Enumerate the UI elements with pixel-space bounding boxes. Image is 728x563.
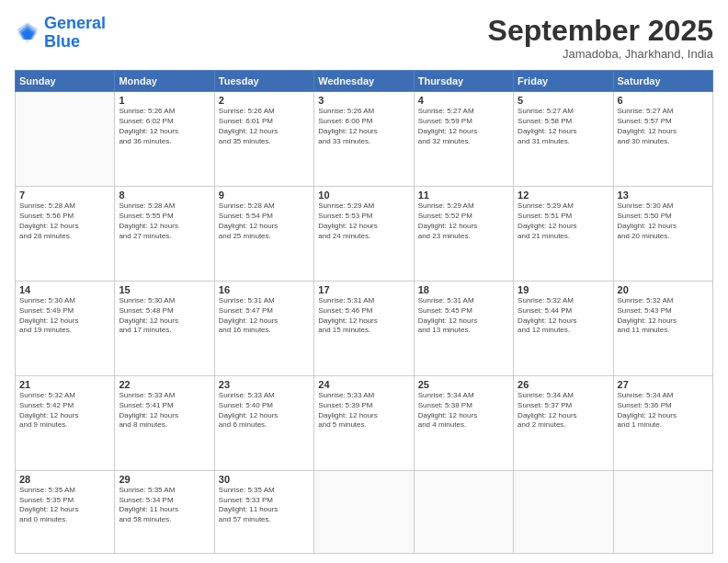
calendar-cell: 3Sunrise: 5:26 AM Sunset: 6:00 PM Daylig… bbox=[314, 92, 414, 187]
day-number: 14 bbox=[19, 284, 110, 295]
cell-info: Sunrise: 5:26 AM Sunset: 6:01 PM Dayligh… bbox=[219, 107, 310, 146]
day-number: 19 bbox=[518, 284, 609, 295]
day-number: 25 bbox=[418, 379, 509, 390]
calendar-cell: 19Sunrise: 5:32 AM Sunset: 5:44 PM Dayli… bbox=[514, 282, 613, 376]
weekday-header-sunday: Sunday bbox=[16, 71, 115, 92]
day-number: 22 bbox=[119, 379, 210, 390]
weekday-header-thursday: Thursday bbox=[414, 71, 513, 92]
calendar-cell bbox=[16, 92, 115, 187]
cell-info: Sunrise: 5:30 AM Sunset: 5:49 PM Dayligh… bbox=[19, 296, 110, 336]
day-number: 7 bbox=[19, 190, 110, 201]
calendar-cell: 15Sunrise: 5:30 AM Sunset: 5:48 PM Dayli… bbox=[115, 282, 214, 376]
cell-info: Sunrise: 5:28 AM Sunset: 5:54 PM Dayligh… bbox=[219, 201, 310, 241]
cell-info: Sunrise: 5:31 AM Sunset: 5:47 PM Dayligh… bbox=[219, 296, 310, 336]
cell-info: Sunrise: 5:35 AM Sunset: 5:34 PM Dayligh… bbox=[119, 486, 210, 525]
logo-line1: General bbox=[44, 14, 106, 32]
cell-info: Sunrise: 5:26 AM Sunset: 6:00 PM Dayligh… bbox=[318, 107, 409, 146]
calendar-cell: 6Sunrise: 5:27 AM Sunset: 5:57 PM Daylig… bbox=[613, 92, 712, 187]
calendar-cell bbox=[613, 470, 712, 553]
calendar-cell: 26Sunrise: 5:34 AM Sunset: 5:37 PM Dayli… bbox=[514, 375, 613, 470]
day-number: 2 bbox=[219, 95, 310, 106]
day-number: 20 bbox=[618, 284, 709, 295]
week-row-4: 28Sunrise: 5:35 AM Sunset: 5:35 PM Dayli… bbox=[16, 470, 713, 553]
cell-info: Sunrise: 5:35 AM Sunset: 5:35 PM Dayligh… bbox=[19, 486, 110, 525]
calendar-cell: 27Sunrise: 5:34 AM Sunset: 5:36 PM Dayli… bbox=[613, 375, 712, 470]
cell-info: Sunrise: 5:34 AM Sunset: 5:36 PM Dayligh… bbox=[618, 391, 709, 431]
calendar-cell: 13Sunrise: 5:30 AM Sunset: 5:50 PM Dayli… bbox=[613, 187, 712, 282]
calendar-cell bbox=[314, 470, 414, 553]
cell-info: Sunrise: 5:27 AM Sunset: 5:59 PM Dayligh… bbox=[418, 107, 509, 146]
calendar-cell bbox=[414, 470, 513, 553]
day-number: 9 bbox=[219, 190, 310, 201]
day-number: 28 bbox=[19, 474, 110, 485]
calendar-cell: 30Sunrise: 5:35 AM Sunset: 5:33 PM Dayli… bbox=[214, 470, 313, 553]
location: Jamadoba, Jharkhand, India bbox=[488, 47, 713, 61]
weekday-header-row: SundayMondayTuesdayWednesdayThursdayFrid… bbox=[16, 71, 713, 92]
day-number: 26 bbox=[518, 379, 609, 390]
day-number: 24 bbox=[318, 379, 409, 390]
cell-info: Sunrise: 5:29 AM Sunset: 5:51 PM Dayligh… bbox=[518, 201, 609, 241]
calendar-cell: 4Sunrise: 5:27 AM Sunset: 5:59 PM Daylig… bbox=[414, 92, 513, 187]
calendar-cell: 25Sunrise: 5:34 AM Sunset: 5:38 PM Dayli… bbox=[414, 375, 513, 470]
month-title: September 2025 bbox=[488, 15, 713, 47]
day-number: 27 bbox=[618, 379, 709, 390]
cell-info: Sunrise: 5:31 AM Sunset: 5:45 PM Dayligh… bbox=[418, 296, 509, 336]
calendar-cell: 5Sunrise: 5:27 AM Sunset: 5:58 PM Daylig… bbox=[514, 92, 613, 187]
calendar-table: SundayMondayTuesdayWednesdayThursdayFrid… bbox=[15, 70, 713, 554]
weekday-header-friday: Friday bbox=[514, 71, 613, 92]
calendar-cell: 14Sunrise: 5:30 AM Sunset: 5:49 PM Dayli… bbox=[16, 282, 115, 376]
cell-info: Sunrise: 5:33 AM Sunset: 5:41 PM Dayligh… bbox=[119, 391, 210, 431]
weekday-header-tuesday: Tuesday bbox=[214, 71, 313, 92]
day-number: 6 bbox=[618, 95, 709, 106]
cell-info: Sunrise: 5:27 AM Sunset: 5:58 PM Dayligh… bbox=[518, 107, 609, 146]
calendar-cell: 17Sunrise: 5:31 AM Sunset: 5:46 PM Dayli… bbox=[314, 282, 414, 376]
calendar-cell: 12Sunrise: 5:29 AM Sunset: 5:51 PM Dayli… bbox=[514, 187, 613, 282]
header: General Blue September 2025 Jamadoba, Jh… bbox=[15, 15, 713, 61]
cell-info: Sunrise: 5:33 AM Sunset: 5:40 PM Dayligh… bbox=[219, 391, 310, 431]
weekday-header-monday: Monday bbox=[115, 71, 214, 92]
cell-info: Sunrise: 5:29 AM Sunset: 5:52 PM Dayligh… bbox=[418, 201, 509, 241]
day-number: 30 bbox=[219, 474, 310, 485]
cell-info: Sunrise: 5:34 AM Sunset: 5:38 PM Dayligh… bbox=[418, 391, 509, 431]
weekday-header-wednesday: Wednesday bbox=[314, 71, 414, 92]
weekday-header-saturday: Saturday bbox=[613, 71, 712, 92]
cell-info: Sunrise: 5:31 AM Sunset: 5:46 PM Dayligh… bbox=[318, 296, 409, 336]
week-row-2: 14Sunrise: 5:30 AM Sunset: 5:49 PM Dayli… bbox=[16, 282, 713, 376]
day-number: 17 bbox=[318, 284, 409, 295]
logo-icon bbox=[15, 20, 40, 46]
day-number: 1 bbox=[119, 95, 210, 106]
calendar-cell: 22Sunrise: 5:33 AM Sunset: 5:41 PM Dayli… bbox=[115, 375, 214, 470]
cell-info: Sunrise: 5:29 AM Sunset: 5:53 PM Dayligh… bbox=[318, 201, 409, 241]
calendar-cell: 7Sunrise: 5:28 AM Sunset: 5:56 PM Daylig… bbox=[16, 187, 115, 282]
calendar-cell: 20Sunrise: 5:32 AM Sunset: 5:43 PM Dayli… bbox=[613, 282, 712, 376]
cell-info: Sunrise: 5:32 AM Sunset: 5:42 PM Dayligh… bbox=[19, 391, 110, 431]
calendar-cell: 28Sunrise: 5:35 AM Sunset: 5:35 PM Dayli… bbox=[16, 470, 115, 553]
cell-info: Sunrise: 5:30 AM Sunset: 5:48 PM Dayligh… bbox=[119, 296, 210, 336]
logo-line2: Blue bbox=[44, 32, 80, 51]
page: General Blue September 2025 Jamadoba, Jh… bbox=[0, 0, 728, 563]
calendar-cell: 16Sunrise: 5:31 AM Sunset: 5:47 PM Dayli… bbox=[214, 282, 313, 376]
week-row-0: 1Sunrise: 5:26 AM Sunset: 6:02 PM Daylig… bbox=[16, 92, 713, 187]
calendar-cell: 23Sunrise: 5:33 AM Sunset: 5:40 PM Dayli… bbox=[214, 375, 313, 470]
day-number: 13 bbox=[618, 190, 709, 201]
day-number: 18 bbox=[418, 284, 509, 295]
calendar-cell: 1Sunrise: 5:26 AM Sunset: 6:02 PM Daylig… bbox=[115, 92, 214, 187]
calendar-cell bbox=[514, 470, 613, 553]
calendar-cell: 11Sunrise: 5:29 AM Sunset: 5:52 PM Dayli… bbox=[414, 187, 513, 282]
day-number: 21 bbox=[19, 379, 110, 390]
calendar-cell: 8Sunrise: 5:28 AM Sunset: 5:55 PM Daylig… bbox=[115, 187, 214, 282]
day-number: 3 bbox=[318, 95, 409, 106]
cell-info: Sunrise: 5:26 AM Sunset: 6:02 PM Dayligh… bbox=[119, 107, 210, 146]
cell-info: Sunrise: 5:28 AM Sunset: 5:56 PM Dayligh… bbox=[19, 201, 110, 241]
calendar-cell: 18Sunrise: 5:31 AM Sunset: 5:45 PM Dayli… bbox=[414, 282, 513, 376]
day-number: 5 bbox=[518, 95, 609, 106]
day-number: 8 bbox=[119, 190, 210, 201]
week-row-3: 21Sunrise: 5:32 AM Sunset: 5:42 PM Dayli… bbox=[16, 375, 713, 470]
week-row-1: 7Sunrise: 5:28 AM Sunset: 5:56 PM Daylig… bbox=[16, 187, 713, 282]
calendar-cell: 21Sunrise: 5:32 AM Sunset: 5:42 PM Dayli… bbox=[16, 375, 115, 470]
cell-info: Sunrise: 5:32 AM Sunset: 5:44 PM Dayligh… bbox=[518, 296, 609, 336]
logo-text: General Blue bbox=[44, 15, 106, 52]
cell-info: Sunrise: 5:32 AM Sunset: 5:43 PM Dayligh… bbox=[618, 296, 709, 336]
cell-info: Sunrise: 5:30 AM Sunset: 5:50 PM Dayligh… bbox=[618, 201, 709, 241]
calendar-cell: 9Sunrise: 5:28 AM Sunset: 5:54 PM Daylig… bbox=[214, 187, 313, 282]
